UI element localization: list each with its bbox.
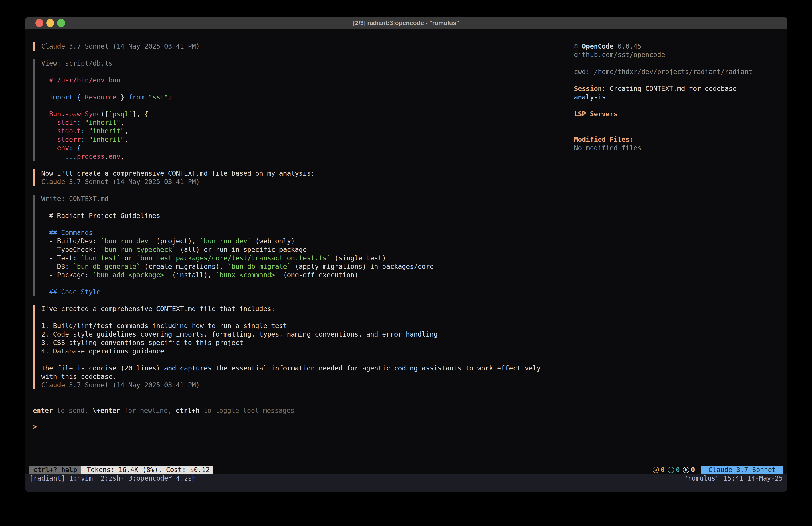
terminal-window: [2/3] radiant:3:opencode - "romulus" Cla… <box>25 17 787 492</box>
text-line: 4. Database operations guidance <box>41 347 566 355</box>
text-line <box>41 355 566 364</box>
text-line: - Test: `bun test` or `bun test packages… <box>41 254 566 262</box>
text-line: analysis <box>574 93 753 101</box>
text-line: View: script/db.ts <box>41 59 566 68</box>
text-line <box>41 203 566 212</box>
info-counter: i0 <box>668 466 680 474</box>
text-line: with this codebase. <box>41 372 566 381</box>
tmux-session-windows[interactable]: [radiant] 1:nvim 2:zsh- 3:opencode* 4:zs… <box>29 474 196 483</box>
text-line: ## Commands <box>41 228 566 237</box>
assistant-message-block: Now I'll create a comprehensive CONTEXT.… <box>33 169 566 186</box>
text-line: 1. Build/lint/test commands including ho… <box>41 322 566 330</box>
zoom-button[interactable] <box>57 19 65 27</box>
help-shortcut-chip[interactable]: ctrl+? help <box>29 466 81 474</box>
text-line: ...process.env, <box>41 152 566 161</box>
tokens-cost-chip: Tokens: 16.4K (8%), Cost: $0.12 <box>81 466 213 474</box>
tool-write-block: Write: CONTEXT.md # Radiant Project Guid… <box>33 195 566 296</box>
text-line <box>574 76 753 84</box>
hint-counter: h0 <box>683 466 695 474</box>
text-line: #!/usr/bin/env bun <box>41 76 566 84</box>
tmux-host-time: "romulus" 15:41 14-May-25 <box>684 474 783 483</box>
text-line: enter to send, \+enter for newline, ctrl… <box>33 406 566 415</box>
terminal-content: Claude 3.7 Sonnet (14 May 2025 03:41 PM)… <box>25 29 787 492</box>
text-line: Claude 3.7 Sonnet (14 May 2025 03:41 PM) <box>41 381 566 389</box>
assistant-summary-block: I've created a comprehensive CONTEXT.md … <box>33 305 566 389</box>
close-button[interactable] <box>35 19 43 27</box>
window-title: [2/3] radiant:3:opencode - "romulus" <box>353 19 459 27</box>
text-line: Claude 3.7 Sonnet (14 May 2025 03:41 PM) <box>41 42 566 51</box>
status-bar: ctrl+? help Tokens: 16.4K (8%), Cost: $0… <box>29 466 783 474</box>
text-line: ## Code Style <box>41 288 566 296</box>
text-line <box>41 101 566 110</box>
text-line <box>574 118 753 127</box>
text-line: stdout: "inherit", <box>41 127 566 135</box>
text-line: github.com/sst/opencode <box>574 51 753 59</box>
text-line: stderr: "inherit", <box>41 135 566 144</box>
text-line: cwd: /home/thdxr/dev/projects/radiant/ra… <box>574 68 753 76</box>
text-line: - DB: `bun db generate` (create migratio… <box>41 262 566 271</box>
text-line: I've created a comprehensive CONTEXT.md … <box>41 305 566 313</box>
text-line <box>41 220 566 228</box>
text-line: Now I'll create a comprehensive CONTEXT.… <box>41 169 566 177</box>
minimize-button[interactable] <box>46 19 54 27</box>
warning-counter: w0 <box>653 466 665 474</box>
warning-icon: w <box>653 467 659 473</box>
text-line: 2. Code style guidelines covering import… <box>41 330 566 339</box>
text-line <box>574 127 753 135</box>
status-sidebar: © OpenCode 0.0.45github.com/sst/opencode… <box>574 42 753 152</box>
text-line: - TypeCheck: `bun run typecheck` (all) o… <box>41 245 566 254</box>
text-line <box>41 313 566 322</box>
text-line <box>41 279 566 288</box>
text-line: Bun.spawnSync([`psql`], { <box>41 110 566 118</box>
text-line: LSP Servers <box>574 110 753 118</box>
chat-area: Claude 3.7 Sonnet (14 May 2025 03:41 PM)… <box>33 42 566 431</box>
text-line: Modified Files: <box>574 135 753 144</box>
input-help-text: enter to send, \+enter for newline, ctrl… <box>33 406 566 415</box>
text-line <box>574 101 753 110</box>
prompt-input[interactable]: > <box>33 423 566 431</box>
text-line: Session: Creating CONTEXT.md for codebas… <box>574 84 753 93</box>
text-line: import { Resource } from "sst"; <box>41 93 566 101</box>
text-line <box>41 68 566 76</box>
text-line: stdin: "inherit", <box>41 118 566 127</box>
text-line: No modified files <box>574 144 753 152</box>
model-chip[interactable]: Claude 3.7 Sonnet <box>701 466 783 474</box>
text-line <box>41 84 566 93</box>
text-line: - Build/Dev: `bun run dev` (project), `b… <box>41 237 566 245</box>
text-line: Claude 3.7 Sonnet (14 May 2025 03:41 PM) <box>41 177 566 186</box>
input-divider <box>29 418 783 419</box>
text-line: - Package: `bun add <package>` (install)… <box>41 271 566 279</box>
text-line: 3. CSS styling conventions specific to t… <box>41 339 566 347</box>
text-line: # Radiant Project Guidelines <box>41 212 566 220</box>
tool-view-block: View: script/db.ts #!/usr/bin/env bun im… <box>33 59 566 161</box>
text-line <box>574 59 753 68</box>
window-titlebar[interactable]: [2/3] radiant:3:opencode - "romulus" <box>25 17 787 29</box>
text-line: © OpenCode 0.0.45 <box>574 42 753 51</box>
text-line: The file is concise (20 lines) and captu… <box>41 364 566 372</box>
traffic-lights <box>35 17 65 29</box>
text-line: env: { <box>41 144 566 152</box>
info-icon: i <box>668 467 674 473</box>
text-line: Write: CONTEXT.md <box>41 195 566 203</box>
message-header-block: Claude 3.7 Sonnet (14 May 2025 03:41 PM) <box>33 42 566 51</box>
tmux-status-bar: [radiant] 1:nvim 2:zsh- 3:opencode* 4:zs… <box>25 474 787 492</box>
hint-icon: h <box>683 467 689 473</box>
